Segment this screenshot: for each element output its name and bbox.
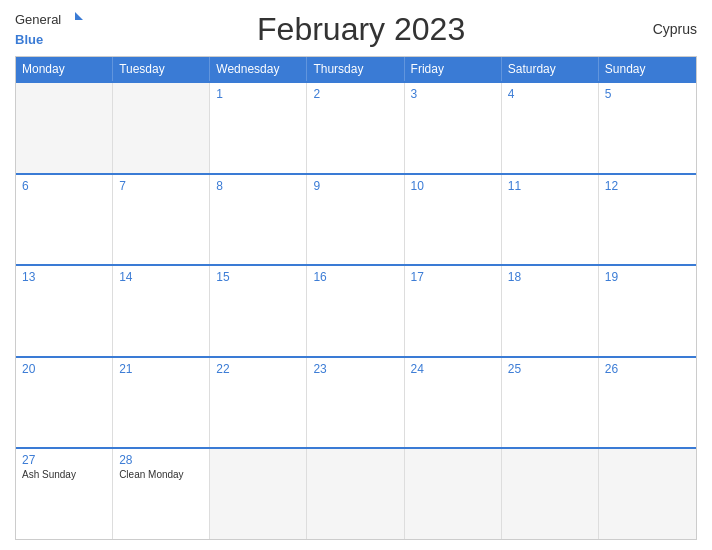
day-number: 23 xyxy=(313,362,397,376)
logo-line2: Blue xyxy=(15,30,43,48)
logo-line1: General xyxy=(15,10,85,30)
weekday-header-sunday: Sunday xyxy=(599,57,696,81)
day-cell: 19 xyxy=(599,266,696,356)
day-number: 13 xyxy=(22,270,106,284)
day-cell xyxy=(405,449,502,539)
day-number: 15 xyxy=(216,270,300,284)
calendar-container: General Blue February 2023 Cyprus Monday… xyxy=(0,0,712,550)
day-cell xyxy=(113,83,210,173)
event-label: Clean Monday xyxy=(119,469,203,480)
day-cell: 11 xyxy=(502,175,599,265)
day-cell: 23 xyxy=(307,358,404,448)
day-cell: 17 xyxy=(405,266,502,356)
logo-blue-text: Blue xyxy=(15,32,43,47)
day-number: 7 xyxy=(119,179,203,193)
day-cell xyxy=(307,449,404,539)
day-cell xyxy=(502,449,599,539)
svg-marker-0 xyxy=(75,12,83,20)
calendar-grid: MondayTuesdayWednesdayThursdayFridaySatu… xyxy=(15,56,697,540)
day-cell: 20 xyxy=(16,358,113,448)
day-cell: 1 xyxy=(210,83,307,173)
day-number: 9 xyxy=(313,179,397,193)
day-number: 12 xyxy=(605,179,690,193)
day-cell: 26 xyxy=(599,358,696,448)
day-number: 6 xyxy=(22,179,106,193)
day-number: 25 xyxy=(508,362,592,376)
weekday-header-thursday: Thursday xyxy=(307,57,404,81)
day-cell: 13 xyxy=(16,266,113,356)
calendar-header: General Blue February 2023 Cyprus xyxy=(15,10,697,48)
day-cell: 22 xyxy=(210,358,307,448)
day-number: 8 xyxy=(216,179,300,193)
weekday-header-wednesday: Wednesday xyxy=(210,57,307,81)
week-row-4: 20212223242526 xyxy=(16,356,696,448)
day-cell xyxy=(210,449,307,539)
day-cell xyxy=(16,83,113,173)
day-number: 18 xyxy=(508,270,592,284)
country-label: Cyprus xyxy=(637,21,697,37)
day-cell: 2 xyxy=(307,83,404,173)
week-row-5: 27Ash Sunday28Clean Monday xyxy=(16,447,696,539)
day-cell: 16 xyxy=(307,266,404,356)
day-number: 4 xyxy=(508,87,592,101)
day-cell: 27Ash Sunday xyxy=(16,449,113,539)
week-row-3: 13141516171819 xyxy=(16,264,696,356)
day-cell: 5 xyxy=(599,83,696,173)
day-number: 21 xyxy=(119,362,203,376)
day-cell: 9 xyxy=(307,175,404,265)
day-number: 1 xyxy=(216,87,300,101)
day-cell: 12 xyxy=(599,175,696,265)
day-cell: 6 xyxy=(16,175,113,265)
day-number: 11 xyxy=(508,179,592,193)
day-number: 27 xyxy=(22,453,106,467)
day-cell: 15 xyxy=(210,266,307,356)
weekday-header-friday: Friday xyxy=(405,57,502,81)
day-number: 14 xyxy=(119,270,203,284)
day-cell: 25 xyxy=(502,358,599,448)
day-cell: 8 xyxy=(210,175,307,265)
logo-general-text: General xyxy=(15,13,61,27)
day-cell: 14 xyxy=(113,266,210,356)
page-title: February 2023 xyxy=(85,11,637,48)
day-cell: 21 xyxy=(113,358,210,448)
weekday-header-tuesday: Tuesday xyxy=(113,57,210,81)
day-number: 19 xyxy=(605,270,690,284)
weekday-header-monday: Monday xyxy=(16,57,113,81)
day-cell: 3 xyxy=(405,83,502,173)
day-number: 24 xyxy=(411,362,495,376)
week-row-2: 6789101112 xyxy=(16,173,696,265)
day-number: 5 xyxy=(605,87,690,101)
logo-flag-icon xyxy=(65,10,85,30)
day-number: 20 xyxy=(22,362,106,376)
week-row-1: 12345 xyxy=(16,81,696,173)
day-number: 10 xyxy=(411,179,495,193)
day-cell: 28Clean Monday xyxy=(113,449,210,539)
day-cell xyxy=(599,449,696,539)
day-cell: 18 xyxy=(502,266,599,356)
day-number: 26 xyxy=(605,362,690,376)
day-cell: 10 xyxy=(405,175,502,265)
weekday-header-saturday: Saturday xyxy=(502,57,599,81)
day-cell: 4 xyxy=(502,83,599,173)
weekday-headers: MondayTuesdayWednesdayThursdayFridaySatu… xyxy=(16,57,696,81)
day-number: 17 xyxy=(411,270,495,284)
day-cell: 24 xyxy=(405,358,502,448)
day-number: 28 xyxy=(119,453,203,467)
day-number: 22 xyxy=(216,362,300,376)
day-number: 2 xyxy=(313,87,397,101)
day-cell: 7 xyxy=(113,175,210,265)
day-number: 16 xyxy=(313,270,397,284)
weeks-container: 1234567891011121314151617181920212223242… xyxy=(16,81,696,539)
event-label: Ash Sunday xyxy=(22,469,106,480)
logo: General Blue xyxy=(15,10,85,48)
day-number: 3 xyxy=(411,87,495,101)
